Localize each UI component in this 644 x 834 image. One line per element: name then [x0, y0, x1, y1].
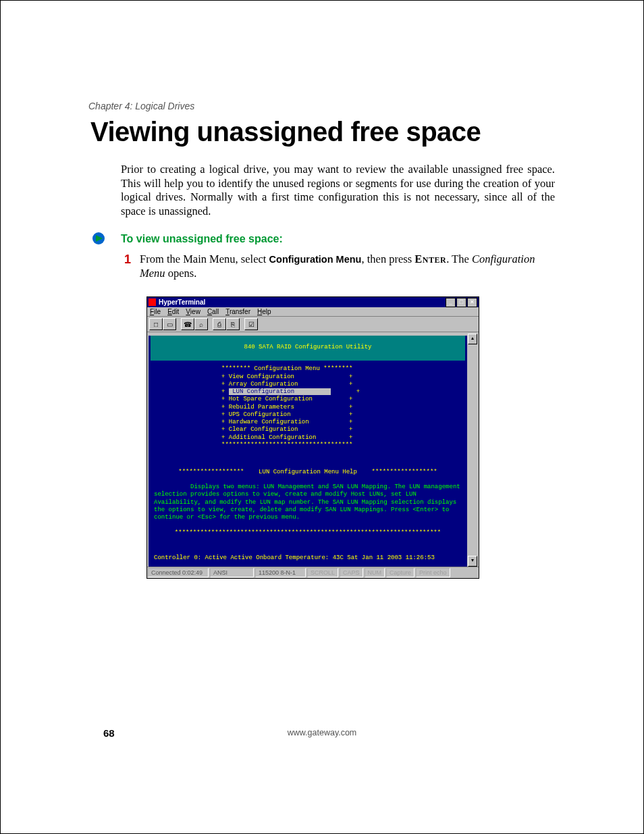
- toolbar-btn-2[interactable]: ▭: [163, 318, 176, 330]
- window-titlebar[interactable]: HyperTerminal _ □ ×: [147, 297, 479, 307]
- menu-edit[interactable]: Edit: [167, 308, 179, 315]
- toolbar: □ ▭ ☎ ⌕ ⎙ ⎘ ☑: [147, 316, 479, 332]
- help-footer: ****************************************…: [154, 529, 462, 537]
- menu-transfer[interactable]: Transfer: [225, 308, 250, 315]
- close-button[interactable]: ×: [467, 298, 477, 307]
- toolbar-btn-1[interactable]: □: [149, 318, 163, 330]
- status-echo: Print echo: [416, 568, 450, 577]
- status-capture: Capture: [386, 568, 414, 577]
- toolbar-btn-7[interactable]: ☑: [244, 318, 258, 330]
- toolbar-btn-3[interactable]: ☎: [181, 318, 194, 330]
- footer-url: www.gateway.com: [1, 728, 643, 737]
- status-baud: 115200 8-N-1: [255, 568, 306, 577]
- menu-help[interactable]: Help: [257, 308, 271, 315]
- terminal-screen[interactable]: 840 SATA RAID Configuration Utility ****…: [149, 336, 467, 567]
- menu-file[interactable]: File: [150, 308, 161, 315]
- step-text: From the Main Menu, select Configuration…: [140, 253, 555, 280]
- menu-view[interactable]: View: [186, 308, 200, 315]
- status-caps: CAPS: [340, 568, 363, 577]
- scroll-down-icon[interactable]: ▾: [468, 556, 477, 567]
- utility-banner: 840 SATA RAID Configuration Utility: [151, 336, 465, 361]
- app-icon: [149, 298, 156, 306]
- minimize-button[interactable]: _: [446, 298, 456, 307]
- procedure-heading: To view unassigned free space:: [121, 233, 283, 245]
- menu-call[interactable]: Call: [207, 308, 219, 315]
- procedure-arrow-icon: [92, 232, 107, 244]
- menu-bar: File Edit View Call Transfer Help: [147, 307, 479, 316]
- toolbar-btn-6[interactable]: ⎘: [226, 318, 240, 330]
- status-bar: Connected 0:02:49 ANSI 115200 8-N-1 SCRO…: [147, 567, 479, 578]
- intro-paragraph: Prior to creating a logical drive, you m…: [121, 163, 555, 219]
- window-title: HyperTerminal: [159, 298, 446, 306]
- chapter-header: Chapter 4: Logical Drives: [88, 101, 194, 111]
- page-title: Viewing unassigned free space: [90, 117, 481, 147]
- status-scroll: SCROLL: [307, 568, 338, 577]
- maximize-button[interactable]: □: [456, 298, 466, 307]
- scroll-up-icon[interactable]: ▴: [468, 334, 477, 344]
- toolbar-btn-5[interactable]: ⎙: [213, 318, 226, 330]
- help-title: ****************** LUN Configuration Men…: [154, 469, 462, 476]
- step-number: 1: [124, 253, 131, 267]
- hyperterminal-window: HyperTerminal _ □ × File Edit View Call …: [146, 296, 479, 579]
- scrollbar[interactable]: ▴ ▾: [468, 334, 477, 567]
- controller-status: Controller 0: Active Active Onboard Temp…: [149, 553, 467, 566]
- toolbar-btn-4[interactable]: ⌕: [194, 318, 208, 330]
- status-connected: Connected 0:02:49: [148, 568, 209, 577]
- status-emulation: ANSI: [210, 568, 254, 577]
- help-panel: ****************** LUN Configuration Men…: [149, 453, 467, 553]
- help-body: Displays two menus: LUN Management and S…: [154, 484, 464, 521]
- status-num: NUM: [365, 568, 385, 577]
- config-menu[interactable]: ******** Configuration Menu ******** + V…: [221, 363, 467, 453]
